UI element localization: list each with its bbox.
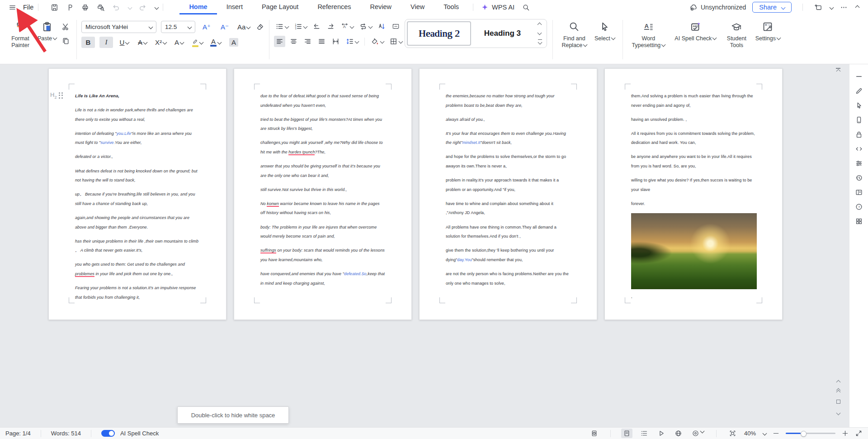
select-button[interactable]: Select	[591, 17, 618, 62]
student-tools-button[interactable]: Student Tools	[722, 17, 751, 62]
print-icon[interactable]	[81, 3, 90, 12]
heading-gutter[interactable]: H2	[50, 91, 63, 100]
mobile-view-icon[interactable]	[855, 116, 863, 124]
web-layout-button[interactable]	[673, 429, 684, 438]
strikethrough-button[interactable]: A	[136, 37, 149, 48]
new-document-tab-icon[interactable]	[814, 3, 822, 12]
page-history-button[interactable]	[589, 429, 600, 438]
document-page-1[interactable]: H2 Life Is Like An Arena,Life is not a r…	[48, 68, 226, 320]
copy-icon[interactable]	[61, 37, 70, 45]
cursor-icon[interactable]	[855, 101, 863, 110]
export-pdf-icon[interactable]	[66, 3, 74, 12]
history-icon[interactable]	[855, 174, 863, 182]
document-page-4[interactable]: them.And solving a problem is much easie…	[604, 68, 783, 320]
clear-formatting-icon[interactable]	[256, 23, 264, 31]
drag-handle-icon[interactable]	[59, 92, 63, 99]
styles-scroll-down-icon[interactable]	[538, 30, 542, 35]
distribute-button[interactable]	[330, 36, 341, 47]
redo-icon[interactable]	[138, 3, 147, 12]
shading-button[interactable]	[369, 36, 385, 47]
undo-dropdown-chevron-icon[interactable]	[128, 5, 132, 10]
menu-tab-references[interactable]: References	[308, 0, 360, 14]
line-spacing-button[interactable]	[344, 36, 360, 47]
more-options-icon[interactable]	[840, 3, 848, 12]
styles-scroll-up-icon[interactable]	[538, 23, 542, 27]
document-page-2[interactable]: due to the fear of defeat.What good is t…	[234, 68, 412, 320]
previous-page-icon[interactable]	[835, 389, 842, 394]
paste-button[interactable]: Paste	[34, 17, 60, 62]
italic-button[interactable]: I	[99, 37, 113, 48]
full-screen-icon[interactable]	[855, 429, 863, 437]
fit-page-button[interactable]	[727, 429, 738, 438]
menu-tab-view[interactable]: View	[401, 0, 434, 14]
justify-button[interactable]	[316, 36, 327, 47]
browse-object-icon[interactable]	[835, 400, 842, 404]
styles-more-icon[interactable]	[538, 39, 542, 44]
hyperlink-text[interactable]: survive.	[100, 140, 115, 145]
word-typesetting-button[interactable]: A Word Typesetting	[627, 17, 669, 62]
numbering-button[interactable]: 123	[292, 21, 308, 32]
grow-font-button[interactable]: A⁺	[200, 21, 213, 33]
find-replace-button[interactable]: Find and Replace	[557, 17, 591, 62]
superscript-button[interactable]: X²	[154, 37, 168, 48]
code-icon[interactable]	[855, 145, 863, 153]
lock-icon[interactable]	[855, 130, 863, 138]
character-shading-button[interactable]: A	[227, 37, 241, 48]
menu-tab-insert[interactable]: Insert	[217, 0, 252, 14]
text-direction-button[interactable]: A	[339, 21, 355, 32]
sort-button[interactable]	[376, 21, 387, 32]
apps-icon[interactable]	[855, 217, 863, 225]
menu-tab-review[interactable]: Review	[361, 0, 401, 14]
style-heading-3[interactable]: Heading 3	[471, 21, 533, 46]
zoom-level[interactable]: 40%	[744, 430, 756, 437]
hyperlink-text[interactable]: day.You	[457, 258, 472, 262]
single-page-view-button[interactable]	[621, 429, 632, 438]
shrink-font-button[interactable]: A⁻	[218, 21, 231, 33]
share-button[interactable]: Share	[752, 2, 792, 13]
menu-tab-tools[interactable]: Tools	[434, 0, 468, 14]
pen-icon[interactable]	[855, 87, 863, 95]
zoom-chevron-icon[interactable]	[763, 431, 767, 436]
zoom-slider[interactable]	[786, 433, 835, 434]
underline-button[interactable]: U	[118, 37, 131, 48]
zoom-slider-handle[interactable]	[801, 431, 807, 437]
hyperlink-text[interactable]: you.Life	[117, 131, 131, 136]
view-mode-button[interactable]	[690, 429, 706, 438]
page-indicator[interactable]: Page: 1/4	[5, 430, 31, 437]
align-center-button[interactable]	[288, 36, 299, 47]
align-left-button[interactable]	[274, 36, 285, 47]
bullets-button[interactable]	[274, 21, 290, 32]
decrease-indent-button[interactable]	[311, 21, 322, 32]
file-menu[interactable]: File	[23, 4, 33, 11]
hamburger-menu-icon[interactable]	[8, 3, 17, 12]
font-size-select[interactable]: 12.5	[161, 21, 195, 33]
zoom-out-icon[interactable]	[772, 429, 780, 437]
customize-quickbar-chevron-icon[interactable]	[155, 5, 159, 10]
read-mode-button[interactable]	[656, 429, 667, 438]
scroll-to-top-icon[interactable]	[835, 68, 842, 73]
word-count[interactable]: Words: 514	[51, 430, 81, 437]
document-page-3[interactable]: the enemies,because no matter how strong…	[419, 68, 597, 320]
font-name-select[interactable]: Microsoft YaHei	[81, 21, 156, 33]
sunset-landscape-photo[interactable]	[631, 213, 757, 289]
vertical-scrollbar[interactable]	[835, 64, 842, 427]
wrap-settings-button[interactable]	[358, 21, 373, 32]
align-right-button[interactable]	[302, 36, 313, 47]
format-painter-button[interactable]: Format Painter	[6, 17, 34, 62]
search-icon[interactable]	[522, 3, 530, 12]
menu-tab-page-layout[interactable]: Page Layout	[252, 0, 308, 14]
sync-status[interactable]: Unsynchronized	[689, 3, 746, 12]
change-case-button[interactable]: Aa	[236, 21, 251, 33]
new-tab-chevron-icon[interactable]	[830, 5, 834, 10]
ai-spell-check-status-label[interactable]: AI Spell Check	[120, 430, 159, 437]
print-preview-icon[interactable]	[96, 3, 105, 12]
save-icon[interactable]	[50, 3, 59, 12]
hyperlink-text[interactable]: mindset.It	[462, 140, 481, 145]
increase-indent-button[interactable]	[325, 21, 336, 32]
cut-icon[interactable]	[61, 23, 70, 31]
ai-spell-check-button[interactable]: ABC AI Spell Check	[669, 17, 722, 62]
highlight-button[interactable]	[190, 37, 204, 48]
undo-icon[interactable]	[112, 3, 120, 12]
borders-button[interactable]	[388, 36, 404, 47]
ai-spell-check-toggle[interactable]	[101, 430, 115, 437]
